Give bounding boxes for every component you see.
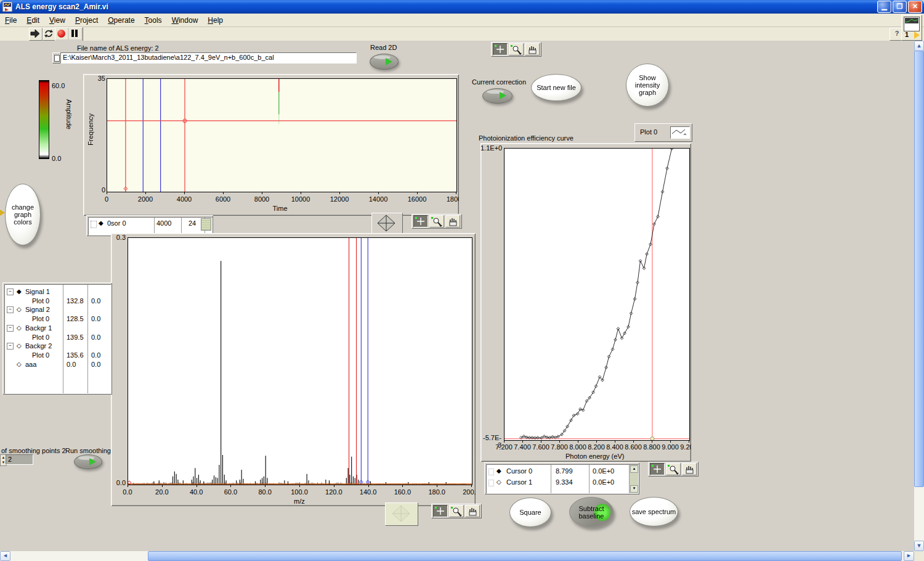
selector-dots[interactable] [91, 221, 97, 228]
cursor-legend-scrollbar[interactable]: ▲▼ [629, 465, 638, 493]
x-tick-label: 0.0 [123, 488, 132, 496]
vi-icon-button[interactable]: 1 [901, 15, 922, 41]
selector-dots[interactable] [488, 469, 494, 475]
menu-edit[interactable]: Edit [22, 15, 44, 26]
x-tick-mark [334, 485, 334, 487]
toolbar: ? [0, 27, 924, 41]
horizontal-scrollbar[interactable]: ◄ ► [0, 551, 914, 561]
x-tick-label: 60.0 [224, 488, 237, 496]
y-axis-max-label: 0.3 [113, 234, 126, 241]
zoom-tool-icon[interactable] [509, 43, 524, 55]
expand-collapse-icon[interactable]: − [7, 343, 14, 350]
cursor-tool-icon[interactable] [433, 505, 448, 517]
run-continuous-button[interactable] [43, 28, 56, 41]
start-new-file-button[interactable]: Start new file [531, 74, 582, 101]
close-button[interactable]: ✕ [908, 1, 922, 13]
plot-marker-icon: ◇ [17, 306, 22, 313]
x-tick-mark [301, 192, 301, 194]
legend-row[interactable]: Plot 0139.50.0 [5, 333, 111, 342]
cursor-pane-button[interactable] [201, 218, 211, 231]
menu-view[interactable]: View [44, 15, 70, 26]
pan-tool-icon[interactable] [682, 463, 697, 475]
zoom-tool-icon[interactable] [666, 463, 681, 475]
cursor-y-value: 0.0E+0 [593, 467, 614, 475]
signal-x-value: 128.5 [67, 315, 84, 322]
plot-line-style-icon[interactable] [670, 126, 690, 139]
expand-collapse-icon[interactable]: − [7, 325, 14, 332]
current-correction-button[interactable] [482, 88, 513, 104]
green-arrow-icon [500, 92, 506, 99]
cursor-tool-icon[interactable] [650, 463, 665, 475]
signal-name: Signal 1 [25, 288, 50, 295]
subtract-baseline-button[interactable]: Subtract baseline [569, 497, 614, 527]
legend-row[interactable]: −◇Backgr 1 [5, 324, 111, 333]
scroll-left-icon[interactable]: ◄ [0, 551, 10, 561]
x-tick-mark [417, 192, 418, 194]
square-button[interactable]: Square [509, 498, 551, 527]
vi-run-arrow-icon [914, 31, 920, 39]
menu-operate[interactable]: Operate [103, 15, 139, 26]
smoothing-points-label: of smoothing points 2 [1, 447, 66, 454]
change-graph-colors-button[interactable]: change graph colors [5, 184, 41, 245]
graph-palette-pie [648, 462, 699, 477]
menu-file[interactable]: File [0, 15, 22, 26]
menu-window[interactable]: Window [167, 15, 203, 26]
minimize-button[interactable]: ▁ [877, 1, 891, 13]
cursor-marker-icon: ◆ [496, 467, 501, 474]
zoom-tool-icon[interactable] [449, 505, 464, 517]
scroll-down-icon[interactable]: ▼ [630, 485, 638, 493]
cursor-row[interactable]: ◇Cursor 19.3340.0E+0 [487, 477, 638, 488]
plot-legend[interactable]: Plot 0 [634, 123, 692, 142]
pie-plot[interactable] [504, 148, 690, 441]
pie-graph[interactable]: 1.1E+0-5.7E-37.2007.4007.6007.8008.0008.… [480, 143, 691, 462]
legend-row[interactable]: Plot 0135.60.0 [5, 351, 111, 360]
scroll-up-icon[interactable]: ▲ [914, 41, 924, 51]
cursor-tool-icon[interactable] [413, 215, 428, 227]
scroll-right-icon[interactable]: ► [904, 551, 914, 561]
menu-tools[interactable]: Tools [140, 15, 167, 26]
vertical-scroll-thumb[interactable] [914, 51, 924, 487]
scroll-down-icon[interactable]: ▼ [914, 541, 924, 551]
legend-row[interactable]: −◇Backgr 2 [5, 342, 111, 351]
amplitude-color-ramp[interactable] [39, 80, 49, 159]
legend-row[interactable]: −◇Signal 2 [5, 305, 111, 314]
pan-tool-icon[interactable] [465, 505, 480, 517]
horizontal-scroll-thumb[interactable] [148, 551, 902, 561]
scroll-up-icon[interactable]: ▲ [630, 465, 638, 473]
intensity-graph[interactable]: 350Frequency0200040006000800010000120001… [83, 74, 459, 216]
mass-spectrum-graph[interactable]: 0.30.00.020.040.060.080.0100.0120.0140.0… [111, 233, 476, 506]
restore-button[interactable]: ❐ [893, 1, 907, 13]
show-intensity-graph-button[interactable]: Show intensity graph [626, 63, 669, 107]
title-bar[interactable]: ALS energy scan2_Amir.vi ▁ ❐ ✕ [0, 0, 924, 14]
save-spectrum-button[interactable]: save spectrum [630, 497, 678, 526]
ramp-max-label: 60.0 [52, 82, 65, 89]
expand-collapse-icon[interactable]: − [7, 306, 14, 313]
x-tick-mark [145, 192, 146, 194]
legend-row[interactable]: Plot 0132.80.0 [5, 297, 111, 306]
cursor-tool-icon[interactable] [493, 43, 508, 55]
intensity-plot[interactable] [107, 78, 457, 192]
abort-button[interactable] [55, 28, 68, 39]
cursor-row[interactable]: ◆Cursor 08.7990.0E+0 [487, 466, 638, 477]
cursor-row[interactable]: ◆0sor 0400024 [97, 218, 212, 230]
pan-tool-icon[interactable] [525, 43, 540, 55]
x-tick-label: 0 [105, 195, 108, 203]
legend-row[interactable]: ◇aaa0.00.0 [5, 360, 111, 369]
run-smoothing-button[interactable] [74, 454, 102, 469]
spectrum-plot[interactable] [128, 237, 472, 485]
pan-tool-icon[interactable] [445, 215, 460, 227]
legend-row[interactable]: −◆Signal 1 [5, 287, 111, 297]
pause-button[interactable] [69, 28, 81, 39]
legend-row[interactable]: Plot 0128.50.0 [5, 314, 111, 324]
expand-collapse-icon[interactable]: − [7, 289, 14, 295]
menu-project[interactable]: Project [70, 15, 103, 26]
read-2d-button[interactable] [370, 54, 399, 70]
run-button[interactable] [29, 28, 43, 41]
vertical-scrollbar[interactable]: ▲ ▼ [914, 41, 924, 551]
zoom-tool-icon[interactable] [429, 215, 444, 227]
menu-help[interactable]: Help [203, 15, 228, 26]
file-path-control[interactable]: E:\Kaiser\March3_2011_13butadiene\a122_7… [52, 52, 357, 63]
graph-nav-button[interactable] [371, 213, 403, 235]
selector-dots[interactable] [488, 480, 494, 486]
smoothing-points-control[interactable]: ▲▼ 2 [0, 454, 33, 465]
